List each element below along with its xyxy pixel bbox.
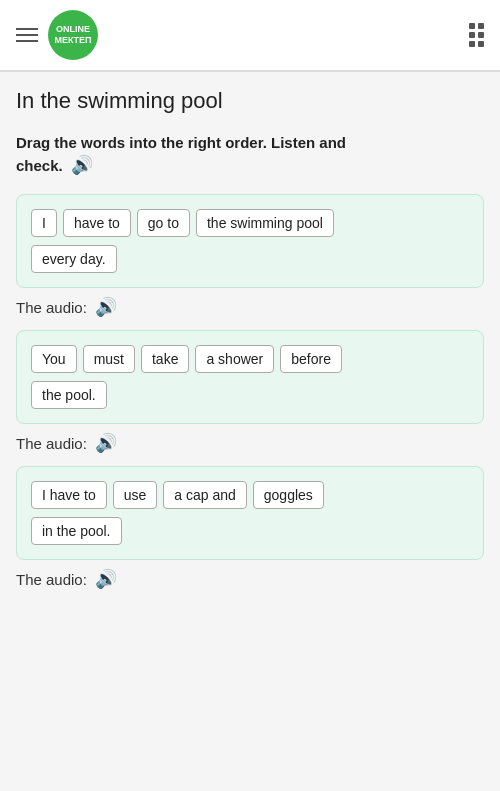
logo-line2: МЕКТЕП bbox=[54, 35, 91, 46]
sentence-box-2: You must take a shower before the pool. bbox=[16, 330, 484, 424]
word-chip[interactable]: every day. bbox=[31, 245, 117, 273]
grid-menu-icon[interactable] bbox=[469, 23, 484, 47]
words-row-1: I have to go to the swimming pool bbox=[31, 209, 469, 237]
logo-line1: ONLINE bbox=[56, 24, 90, 35]
header-left: ONLINE МЕКТЕП bbox=[16, 10, 98, 60]
word-chip[interactable]: in the pool. bbox=[31, 517, 122, 545]
word-chip[interactable]: a shower bbox=[195, 345, 274, 373]
word-chip[interactable]: I bbox=[31, 209, 57, 237]
instruction-text: Drag the words into the right order. Lis… bbox=[16, 132, 346, 178]
audio-label-2: The audio: bbox=[16, 435, 87, 452]
word-chip[interactable]: the pool. bbox=[31, 381, 107, 409]
hamburger-icon[interactable] bbox=[16, 28, 38, 42]
word-chip[interactable]: I have to bbox=[31, 481, 107, 509]
task-instruction: Drag the words into the right order. Lis… bbox=[16, 132, 484, 178]
logo: ONLINE МЕКТЕП bbox=[48, 10, 98, 60]
word-chip[interactable]: go to bbox=[137, 209, 190, 237]
audio-button-3[interactable]: 🔊 bbox=[95, 568, 117, 590]
instruction-audio-button[interactable]: 🔊 bbox=[71, 153, 93, 178]
page-title: In the swimming pool bbox=[16, 88, 484, 114]
words-row-2: You must take a shower before bbox=[31, 345, 469, 373]
header: ONLINE МЕКТЕП bbox=[0, 0, 500, 72]
audio-row-2: The audio: 🔊 bbox=[16, 432, 484, 454]
word-chip[interactable]: take bbox=[141, 345, 189, 373]
sentence-box-1: I have to go to the swimming pool every … bbox=[16, 194, 484, 288]
words-row-2b: the pool. bbox=[31, 381, 469, 409]
word-chip[interactable]: You bbox=[31, 345, 77, 373]
word-chip[interactable]: a cap and bbox=[163, 481, 247, 509]
word-chip[interactable]: the swimming pool bbox=[196, 209, 334, 237]
audio-button-2[interactable]: 🔊 bbox=[95, 432, 117, 454]
audio-label-1: The audio: bbox=[16, 299, 87, 316]
content: In the swimming pool Drag the words into… bbox=[0, 72, 500, 626]
audio-row-3: The audio: 🔊 bbox=[16, 568, 484, 590]
audio-label-3: The audio: bbox=[16, 571, 87, 588]
words-row-3: I have to use a cap and goggles bbox=[31, 481, 469, 509]
word-chip[interactable]: before bbox=[280, 345, 342, 373]
instruction-text2: check. 🔊 bbox=[16, 153, 93, 178]
word-chip[interactable]: have to bbox=[63, 209, 131, 237]
word-chip[interactable]: must bbox=[83, 345, 135, 373]
words-row-3b: in the pool. bbox=[31, 517, 469, 545]
sentence-box-3: I have to use a cap and goggles in the p… bbox=[16, 466, 484, 560]
words-row-1b: every day. bbox=[31, 245, 469, 273]
word-chip[interactable]: goggles bbox=[253, 481, 324, 509]
audio-button-1[interactable]: 🔊 bbox=[95, 296, 117, 318]
word-chip[interactable]: use bbox=[113, 481, 158, 509]
audio-row-1: The audio: 🔊 bbox=[16, 296, 484, 318]
